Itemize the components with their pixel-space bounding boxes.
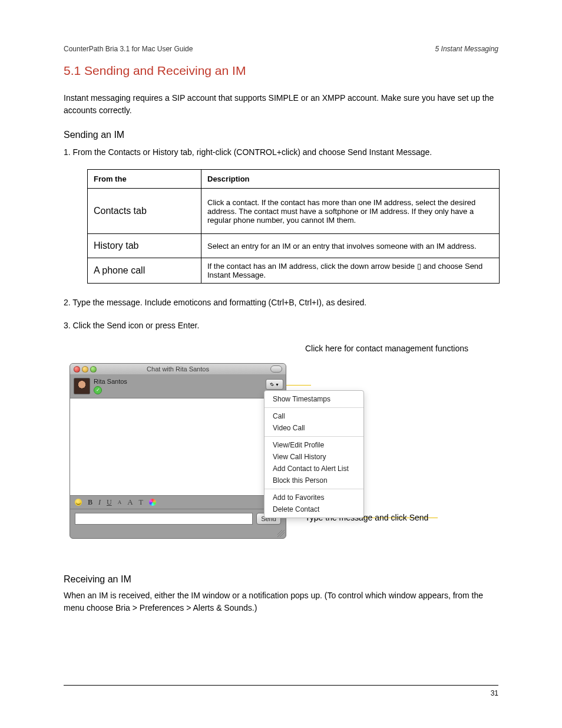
menu-separator xyxy=(265,436,363,437)
page-footer: 31 xyxy=(64,685,498,700)
header-left: CounterPath Bria 3.1 for Mac User Guide xyxy=(64,45,193,53)
menu-delete-contact[interactable]: Delete Contact xyxy=(265,503,363,515)
cell-desc: Click a contact. If the contact has more… xyxy=(201,189,500,234)
intro-text: Instant messaging requires a SIP account… xyxy=(64,92,498,117)
header-right: 5 Instant Messaging xyxy=(435,45,498,53)
cell-source: Contacts tab xyxy=(88,189,201,234)
cell-desc: Select an entry for an IM or an entry th… xyxy=(201,234,500,258)
resize-grip-icon[interactable] xyxy=(277,530,285,537)
format-toolbar: B I U A A T xyxy=(70,495,286,509)
receiving-body: When an IM is received, either the IM wi… xyxy=(64,589,498,614)
compose-row: Send xyxy=(70,509,286,528)
table-row: A phone call If the contact has an IM ad… xyxy=(88,258,500,284)
color-picker-icon[interactable] xyxy=(149,499,156,506)
font-smaller-button[interactable]: A xyxy=(118,499,122,505)
chevron-down-icon: ▼ xyxy=(275,383,279,387)
send-step-3: 3. Click the Send icon or press Enter. xyxy=(64,319,498,332)
window-titlebar[interactable]: Chat with Rita Santos xyxy=(70,364,286,374)
font-larger-button[interactable]: A xyxy=(127,498,133,507)
contact-bar: Rita Santos ✓ ▼ xyxy=(70,374,286,398)
font-picker-button[interactable]: T xyxy=(139,498,143,507)
presence-available-icon: ✓ xyxy=(94,386,102,394)
window-title: Chat with Rita Santos xyxy=(70,365,286,373)
avatar xyxy=(74,378,90,394)
table-row: Contacts tab Click a contact. If the con… xyxy=(88,189,500,234)
cell-source: History tab xyxy=(88,234,201,258)
page-number: 31 xyxy=(491,689,498,700)
table-header-row: From the Description xyxy=(88,170,500,189)
page-header: CounterPath Bria 3.1 for Mac User Guide … xyxy=(64,45,498,53)
toolbar-pill-icon[interactable] xyxy=(270,365,282,373)
screenshot-figure: Chat with Rita Santos Rita Santos ✓ ▼ B … xyxy=(64,363,498,564)
menu-call[interactable]: Call xyxy=(265,410,363,422)
page-body: 5.1 Sending and Receiving an IM Instant … xyxy=(0,0,562,614)
menu-view-edit-profile[interactable]: View/Edit Profile xyxy=(265,439,363,451)
cell-desc: If the contact has an IM address, click … xyxy=(201,258,500,284)
message-area xyxy=(70,398,286,495)
send-step-1: 1. From the Contacts or History tab, rig… xyxy=(64,146,498,159)
menu-add-alert[interactable]: Add Contact to Alert List xyxy=(265,463,363,475)
table-row: History tab Select an entry for an IM or… xyxy=(88,234,500,258)
italic-button[interactable]: I xyxy=(98,498,101,507)
gear-icon xyxy=(270,381,274,387)
emoticon-icon[interactable] xyxy=(75,499,82,506)
receiving-heading: Receiving an IM xyxy=(64,574,498,585)
menu-add-favorites[interactable]: Add to Favorites xyxy=(265,492,363,503)
menu-separator xyxy=(265,407,363,408)
bold-button[interactable]: B xyxy=(88,498,92,507)
chat-window: Chat with Rita Santos Rita Santos ✓ ▼ B … xyxy=(70,363,286,539)
send-step-2: 2. Type the message. Include emoticons a… xyxy=(64,297,498,309)
menu-view-call-history[interactable]: View Call History xyxy=(265,451,363,463)
th-source: From the xyxy=(88,170,201,189)
section-heading: 5.1 Sending and Receiving an IM xyxy=(64,64,498,78)
underline-button[interactable]: U xyxy=(107,498,112,507)
th-description: Description xyxy=(201,170,500,189)
cell-source: A phone call xyxy=(88,258,201,284)
callout-gear: Click here for contact management functi… xyxy=(305,342,498,355)
contact-name: Rita Santos xyxy=(94,378,127,385)
contact-info: Rita Santos ✓ xyxy=(94,378,127,394)
gear-menu-button[interactable]: ▼ xyxy=(266,379,283,390)
menu-show-timestamps[interactable]: Show Timestamps xyxy=(265,393,363,405)
menu-separator xyxy=(265,489,363,489)
menu-video-call[interactable]: Video Call xyxy=(265,422,363,434)
menu-block-person[interactable]: Block this Person xyxy=(265,475,363,486)
gear-context-menu: Show Timestamps Call Video Call View/Edi… xyxy=(264,390,364,518)
source-table: From the Description Contacts tab Click … xyxy=(87,169,500,284)
message-input[interactable] xyxy=(75,513,253,525)
callout-leader-line xyxy=(285,385,311,386)
sending-heading: Sending an IM xyxy=(64,130,498,140)
